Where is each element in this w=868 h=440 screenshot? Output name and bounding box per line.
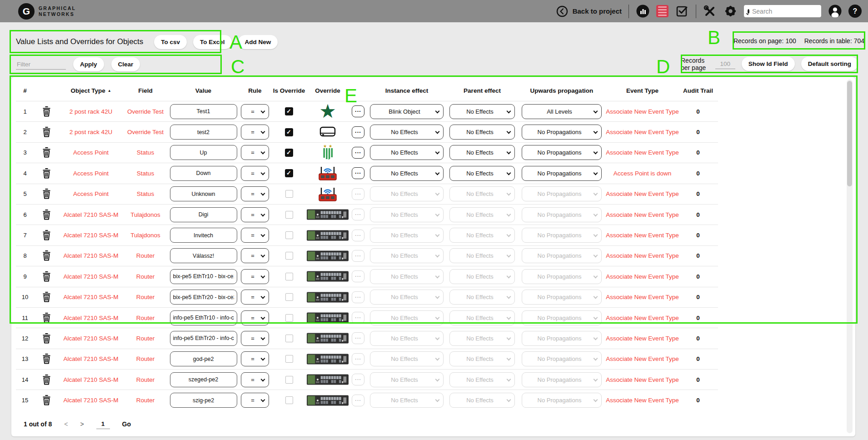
- delete-row-button[interactable]: [34, 333, 59, 344]
- field-link[interactable]: Status: [137, 170, 154, 177]
- more-options-button[interactable]: ...: [352, 353, 364, 365]
- instance-effect-select[interactable]: No Effects: [370, 331, 444, 346]
- field-link[interactable]: Status: [137, 190, 154, 197]
- field-link[interactable]: Router: [136, 315, 155, 321]
- field-link[interactable]: Status: [137, 149, 154, 156]
- more-options-button[interactable]: ...: [352, 374, 364, 385]
- object-type-link[interactable]: Alcatel 7210 SAS-M: [64, 294, 119, 300]
- upwards-propagation-select[interactable]: No Propagations: [522, 145, 602, 160]
- event-type-link[interactable]: Associate New Event Type: [606, 294, 678, 300]
- upwards-propagation-select[interactable]: No Propagations: [522, 290, 602, 305]
- instance-effect-select[interactable]: No Effects: [370, 166, 444, 181]
- object-type-link[interactable]: 2 post rack 42U: [70, 108, 113, 115]
- upwards-propagation-select[interactable]: No Propagations: [522, 207, 602, 222]
- more-options-button[interactable]: ...: [352, 230, 364, 241]
- delete-row-button[interactable]: [34, 209, 59, 220]
- object-type-link[interactable]: Alcatel 7210 SAS-M: [64, 232, 119, 239]
- col-header-event-type[interactable]: Event Type: [605, 85, 680, 94]
- object-type-link[interactable]: Alcatel 7210 SAS-M: [64, 273, 119, 280]
- to-excel-button[interactable]: To Excel: [193, 35, 232, 49]
- delete-row-button[interactable]: [34, 395, 59, 406]
- value-input[interactable]: [170, 207, 237, 222]
- prev-page-button[interactable]: <: [64, 420, 68, 428]
- value-input[interactable]: [170, 145, 237, 160]
- instance-effect-select[interactable]: No Effects: [370, 310, 444, 325]
- col-header-value[interactable]: Value: [168, 85, 239, 94]
- filter-input[interactable]: [16, 60, 66, 70]
- rule-select[interactable]: =: [241, 228, 269, 243]
- event-type-link[interactable]: Associate New Event Type: [606, 355, 678, 362]
- instance-effect-select[interactable]: No Effects: [370, 393, 444, 408]
- is-override-checkbox[interactable]: [285, 190, 293, 198]
- rule-select[interactable]: =: [241, 207, 269, 222]
- is-override-checkbox[interactable]: [285, 273, 293, 280]
- more-options-button[interactable]: ...: [352, 291, 364, 303]
- object-type-link[interactable]: 2 post rack 42U: [70, 129, 113, 135]
- instance-effect-select[interactable]: No Effects: [370, 372, 444, 387]
- event-type-link[interactable]: Associate New Event Type: [606, 376, 678, 383]
- value-input[interactable]: [170, 186, 237, 201]
- object-type-link[interactable]: Alcatel 7210 SAS-M: [64, 397, 119, 404]
- delete-row-button[interactable]: [34, 230, 59, 241]
- field-link[interactable]: Override Test: [127, 108, 164, 115]
- value-input[interactable]: [170, 248, 237, 263]
- upwards-propagation-select[interactable]: No Propagations: [522, 125, 602, 140]
- parent-effect-select[interactable]: No Effects: [449, 310, 515, 325]
- delete-row-button[interactable]: [34, 188, 59, 200]
- value-input[interactable]: [170, 310, 237, 325]
- rule-select[interactable]: =: [241, 145, 269, 160]
- parent-effect-select[interactable]: No Effects: [449, 351, 515, 366]
- parent-effect-select[interactable]: No Effects: [449, 125, 515, 140]
- upwards-propagation-select[interactable]: No Propagations: [522, 248, 602, 263]
- tools-icon[interactable]: [703, 5, 717, 18]
- rule-select[interactable]: =: [241, 186, 269, 201]
- go-button[interactable]: Go: [122, 420, 131, 428]
- delete-row-button[interactable]: [34, 374, 59, 385]
- col-header-object-type[interactable]: Object Type▲: [59, 85, 123, 94]
- delete-row-button[interactable]: [34, 291, 59, 303]
- is-override-checkbox[interactable]: [285, 169, 293, 177]
- rule-select[interactable]: =: [241, 269, 269, 284]
- parent-effect-select[interactable]: No Effects: [449, 248, 515, 263]
- parent-effect-select[interactable]: No Effects: [449, 166, 515, 181]
- value-input[interactable]: [170, 166, 237, 181]
- event-type-link[interactable]: Associate New Event Type: [606, 232, 678, 239]
- value-input[interactable]: [170, 104, 237, 119]
- upwards-propagation-select[interactable]: No Propagations: [522, 310, 602, 325]
- object-type-link[interactable]: Alcatel 7210 SAS-M: [64, 335, 119, 342]
- parent-effect-select[interactable]: No Effects: [449, 269, 515, 284]
- more-options-button[interactable]: ...: [352, 209, 364, 220]
- col-header-parent-effect[interactable]: Parent effect: [446, 85, 519, 94]
- field-link[interactable]: Router: [136, 355, 155, 362]
- instance-effect-select[interactable]: No Effects: [370, 290, 444, 305]
- field-link[interactable]: Tulajdonos: [130, 211, 160, 218]
- object-type-link[interactable]: Access Point: [73, 170, 109, 177]
- more-options-button[interactable]: ...: [352, 312, 364, 324]
- is-override-checkbox[interactable]: [285, 128, 293, 136]
- more-options-button[interactable]: ...: [352, 167, 364, 179]
- upwards-propagation-select[interactable]: No Propagations: [522, 372, 602, 387]
- more-options-button[interactable]: ...: [352, 126, 364, 138]
- parent-effect-select[interactable]: No Effects: [449, 290, 515, 305]
- more-options-button[interactable]: ...: [352, 147, 364, 159]
- event-type-link[interactable]: Associate New Event Type: [606, 397, 678, 404]
- delete-row-button[interactable]: [34, 250, 59, 261]
- col-header-override[interactable]: Override: [307, 85, 349, 94]
- parent-effect-select[interactable]: No Effects: [449, 228, 515, 243]
- upwards-propagation-select[interactable]: All Levels: [522, 104, 602, 119]
- field-link[interactable]: Router: [136, 273, 155, 280]
- apply-button[interactable]: Apply: [73, 57, 104, 71]
- is-override-checkbox[interactable]: [285, 252, 293, 260]
- instance-effect-select[interactable]: No Effects: [370, 269, 444, 284]
- field-link[interactable]: Router: [136, 397, 155, 404]
- rule-select[interactable]: =: [241, 331, 269, 346]
- delete-row-button[interactable]: [34, 271, 59, 282]
- records-per-page-input[interactable]: [715, 59, 735, 69]
- field-link[interactable]: Router: [136, 376, 155, 383]
- object-type-link[interactable]: Alcatel 7210 SAS-M: [64, 252, 119, 259]
- parent-effect-select[interactable]: No Effects: [449, 186, 515, 201]
- value-input[interactable]: [170, 125, 237, 140]
- rule-select[interactable]: =: [241, 290, 269, 305]
- parent-effect-select[interactable]: No Effects: [449, 372, 515, 387]
- col-header-rule[interactable]: Rule: [239, 85, 271, 94]
